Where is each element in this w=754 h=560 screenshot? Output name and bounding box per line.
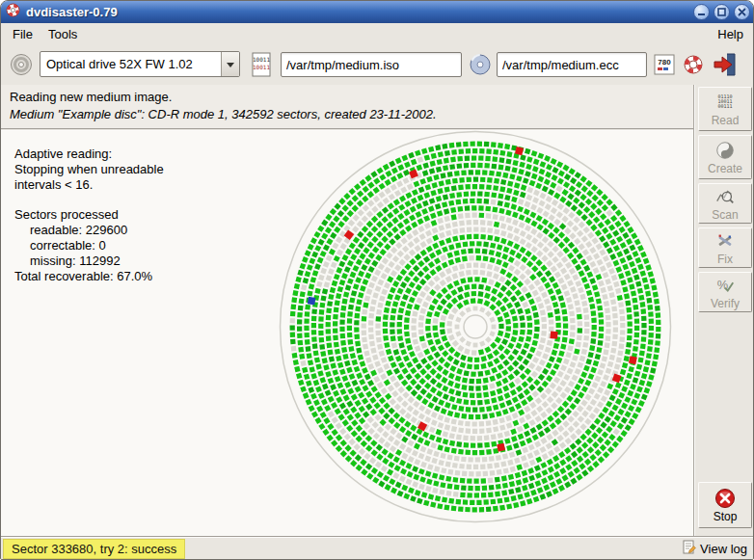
adaptive-title: Adaptive reading: bbox=[14, 147, 164, 162]
readable-count: readable: 229600 bbox=[14, 223, 164, 238]
missing-count: missing: 112992 bbox=[14, 253, 164, 269]
help-lifebelt-button[interactable] bbox=[681, 52, 706, 77]
ecc-path-input[interactable] bbox=[497, 52, 647, 77]
exit-button[interactable] bbox=[712, 51, 739, 78]
menubar: File Tools Help bbox=[1, 23, 754, 44]
svg-text:10011: 10011 bbox=[253, 56, 270, 63]
drive-select-arrow[interactable] bbox=[221, 52, 239, 76]
stop-button[interactable]: Stop bbox=[698, 482, 752, 528]
svg-text:780: 780 bbox=[658, 58, 671, 67]
ecc-file-icon bbox=[468, 51, 493, 78]
create-button[interactable]: Create bbox=[698, 135, 752, 179]
yin-yang-icon bbox=[714, 140, 736, 161]
drive-select-value: Optical drive 52X FW 1.02 bbox=[40, 52, 221, 76]
fix-button[interactable]: Fix bbox=[698, 227, 752, 268]
drive-select[interactable]: Optical drive 52X FW 1.02 bbox=[40, 51, 240, 77]
fix-tools-icon bbox=[714, 230, 736, 252]
read-binary-icon: 01110 10011 00111 bbox=[717, 92, 732, 113]
action-sidebar: 01110 10011 00111 Read Create bbox=[693, 85, 754, 536]
app-icon[interactable] bbox=[6, 3, 20, 21]
stopping-line2: intervals < 16. bbox=[14, 177, 164, 193]
scan-button[interactable]: Scan bbox=[698, 183, 752, 224]
preferences-button[interactable]: 780 bbox=[653, 53, 676, 76]
verify-percent-icon: % bbox=[714, 275, 736, 296]
status-message: Sector 333680, try 2: success bbox=[3, 539, 185, 559]
image-file-icon: 10011 10011 bbox=[250, 51, 273, 78]
sector-map-visualization bbox=[263, 115, 687, 539]
status-header: Reading new medium image. Medium "Exampl… bbox=[1, 85, 693, 129]
main-area: Adaptive reading: Stopping when unreadab… bbox=[1, 130, 693, 536]
statusbar: Sector 333680, try 2: success View log bbox=[1, 536, 754, 560]
create-label: Create bbox=[708, 162, 742, 175]
medium-info-line: Medium "Example disc": CD-R mode 1, 3425… bbox=[10, 107, 685, 121]
view-log-label: View log bbox=[700, 542, 747, 556]
window-title: dvdisaster-0.79 bbox=[26, 5, 118, 19]
maximize-button[interactable] bbox=[714, 4, 730, 20]
correctable-count: correctable: 0 bbox=[14, 238, 164, 253]
drive-icon bbox=[9, 52, 34, 77]
verify-label: Verify bbox=[711, 297, 740, 310]
menu-file[interactable]: File bbox=[5, 25, 40, 43]
read-button[interactable]: 01110 10011 00111 Read bbox=[698, 87, 752, 131]
reading-stats: Adaptive reading: Stopping when unreadab… bbox=[14, 147, 164, 284]
stopping-line1: Stopping when unreadable bbox=[14, 162, 164, 177]
iso-path-input[interactable] bbox=[281, 52, 462, 77]
view-log-button[interactable]: View log bbox=[682, 540, 747, 558]
titlebar[interactable]: dvdisaster-0.79 bbox=[1, 1, 754, 23]
close-button[interactable] bbox=[734, 4, 750, 20]
app-window: dvdisaster-0.79 File Tools Help bbox=[0, 0, 754, 560]
verify-button[interactable]: % Verify bbox=[698, 272, 752, 312]
toolbar: Optical drive 52X FW 1.02 10011 10011 78… bbox=[1, 44, 754, 85]
log-icon bbox=[682, 540, 696, 558]
processed-title: Sectors processed bbox=[14, 207, 164, 223]
svg-text:10011: 10011 bbox=[253, 64, 270, 70]
scan-magnifier-icon bbox=[714, 186, 736, 207]
scan-label: Scan bbox=[712, 208, 738, 222]
total-recoverable: Total recoverable: 67.0% bbox=[14, 269, 164, 284]
menu-tools[interactable]: Tools bbox=[40, 25, 85, 43]
minimize-button[interactable] bbox=[693, 4, 710, 20]
menu-help[interactable]: Help bbox=[710, 25, 751, 43]
stop-icon bbox=[714, 488, 736, 509]
fix-label: Fix bbox=[717, 253, 733, 266]
status-line: Reading new medium image. bbox=[10, 90, 685, 104]
stop-label: Stop bbox=[714, 510, 738, 523]
read-label: Read bbox=[712, 114, 740, 127]
